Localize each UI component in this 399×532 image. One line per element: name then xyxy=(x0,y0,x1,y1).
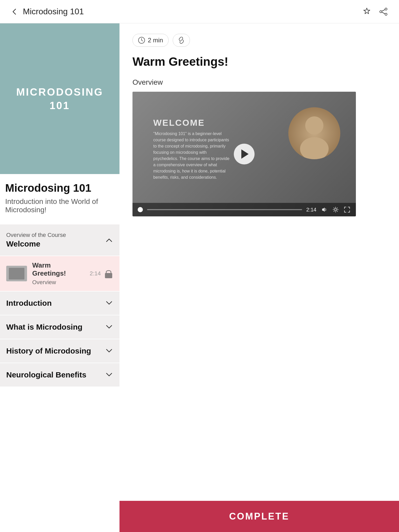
chevron-down-icon-introduction xyxy=(105,299,113,307)
fullscreen-button[interactable] xyxy=(343,206,351,213)
accordion-title-introduction: Introduction xyxy=(6,299,52,308)
accordion-header-welcome[interactable]: Overview of the Course Welcome xyxy=(0,224,119,256)
complete-button[interactable]: COMPLETE xyxy=(119,501,399,532)
svg-line-8 xyxy=(142,40,143,41)
progress-bar[interactable] xyxy=(147,209,302,210)
share-button[interactable] xyxy=(378,6,389,17)
video-player[interactable]: WELCOME "Microdosing 101" is a beginner-… xyxy=(132,92,356,216)
svg-point-2 xyxy=(385,13,387,15)
left-panel: MICRODOSING 101 Microdosing 101 Introduc… xyxy=(0,23,119,532)
chevron-down-icon-neuro xyxy=(105,371,113,379)
accordion-header-history[interactable]: History of Microdosing xyxy=(0,339,119,363)
clock-icon xyxy=(138,37,145,44)
accordion-section-history: History of Microdosing xyxy=(0,339,119,363)
main-layout: MICRODOSING 101 Microdosing 101 Introduc… xyxy=(0,23,399,532)
lesson-thumbnail xyxy=(6,266,27,281)
overview-label: Overview xyxy=(132,78,386,87)
svg-point-9 xyxy=(305,116,323,135)
accordion-title-history: History of Microdosing xyxy=(6,347,91,355)
course-info: Microdosing 101 Introduction into the Wo… xyxy=(0,174,119,219)
lesson-item-warm-greetings[interactable]: Warm Greetings! Overview 2:14 xyxy=(0,256,119,291)
chevron-down-icon-history xyxy=(105,347,113,355)
time-label: 2:14 xyxy=(306,207,316,213)
content-title: Warm Greetings! xyxy=(132,55,386,69)
nav-left: Microdosing 101 xyxy=(10,7,84,16)
nav-actions xyxy=(362,6,389,17)
svg-point-1 xyxy=(380,11,382,13)
back-button[interactable] xyxy=(10,8,19,16)
lesson-info: Warm Greetings! Overview xyxy=(32,261,84,286)
course-image: MICRODOSING 101 xyxy=(0,23,119,174)
lock-icon xyxy=(104,268,113,279)
accordion-header-microdosing[interactable]: What is Microdosing xyxy=(0,315,119,339)
course-name: Microdosing 101 xyxy=(5,182,114,194)
video-controls: 2:14 xyxy=(132,203,356,216)
play-button[interactable] xyxy=(234,144,255,164)
svg-line-3 xyxy=(382,10,385,11)
video-description: "Microdosing 101" is a beginner-level co… xyxy=(153,131,231,181)
svg-point-0 xyxy=(385,8,387,10)
volume-button[interactable] xyxy=(321,206,328,213)
accordion-header-neuro[interactable]: Neurological Benefits xyxy=(0,363,119,387)
course-subtitle: Introduction into the World of Microdosi… xyxy=(5,197,114,214)
accordion-section-neuro: Neurological Benefits xyxy=(0,363,119,387)
right-panel: 2 min Warm Greetings! Overview WELCOME "… xyxy=(119,23,399,532)
duration-text: 2 min xyxy=(148,37,163,44)
progress-circle xyxy=(138,207,143,212)
accordion: Overview of the Course Welcome Warm Gree… xyxy=(0,224,119,387)
complete-btn-text: COMPLETE xyxy=(229,511,289,522)
copy-link-badge[interactable] xyxy=(173,34,190,47)
chevron-up-icon xyxy=(105,236,113,244)
duration-badge: 2 min xyxy=(132,34,169,47)
settings-button[interactable] xyxy=(332,206,339,213)
lesson-duration: 2:14 xyxy=(90,270,101,277)
course-image-title: MICRODOSING 101 xyxy=(16,85,103,112)
top-nav: Microdosing 101 xyxy=(0,0,399,23)
accordion-title-microdosing: What is Microdosing xyxy=(6,323,82,331)
bookmark-button[interactable] xyxy=(362,6,372,17)
link-icon xyxy=(178,37,185,44)
accordion-section-introduction: Introduction xyxy=(0,291,119,315)
accordion-section-welcome: Overview of the Course Welcome xyxy=(0,224,119,256)
lesson-type: Overview xyxy=(32,279,84,286)
svg-point-10 xyxy=(300,137,329,159)
accordion-header-introduction[interactable]: Introduction xyxy=(0,291,119,315)
chevron-down-icon-microdosing xyxy=(105,323,113,331)
accordion-title-neuro: Neurological Benefits xyxy=(6,370,86,379)
svg-point-11 xyxy=(335,209,337,211)
lesson-title: Warm Greetings! xyxy=(32,261,84,277)
meta-row: 2 min xyxy=(132,34,386,47)
video-welcome-text: WELCOME xyxy=(153,118,205,128)
svg-line-4 xyxy=(382,12,385,14)
video-avatar xyxy=(288,107,340,159)
accordion-label-welcome: Overview of the Course xyxy=(6,232,66,238)
nav-title: Microdosing 101 xyxy=(23,7,84,16)
accordion-title-welcome: Welcome xyxy=(6,240,66,248)
accordion-section-microdosing: What is Microdosing xyxy=(0,315,119,339)
svg-rect-5 xyxy=(105,273,112,278)
